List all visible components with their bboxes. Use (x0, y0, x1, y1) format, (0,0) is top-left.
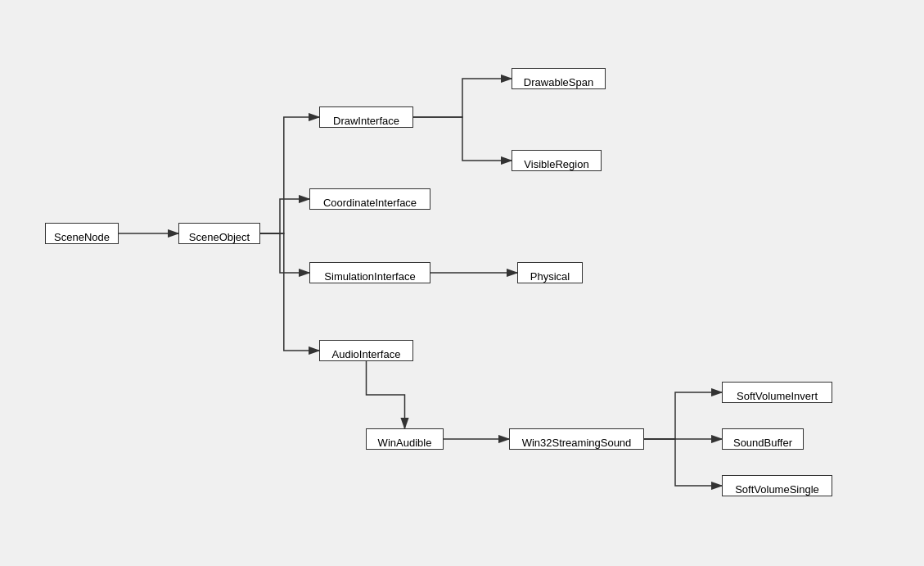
node-simulationinterface: SimulationInterface (309, 262, 430, 283)
node-audiointerface: AudioInterface (319, 340, 413, 361)
arr-wss-svs (644, 439, 722, 486)
node-win32streamingsound: Win32StreamingSound (509, 428, 644, 450)
diagram-container: SceneNodeSceneObjectDrawInterfaceDrawabl… (0, 0, 924, 566)
arr-so-di (260, 117, 319, 233)
node-visibleregion: VisibleRegion (512, 150, 602, 171)
arr-ai-wa (367, 361, 405, 428)
node-scenenode: SceneNode (45, 223, 119, 244)
arr-di-vr (413, 117, 512, 161)
node-softvolumeinvert: SoftVolumeInvert (722, 382, 832, 403)
node-soundbuffer: SoundBuffer (722, 428, 804, 450)
node-physical: Physical (517, 262, 583, 283)
arr-so-ci (260, 199, 309, 233)
node-softvolumesingle: SoftVolumeSingle (722, 475, 832, 496)
arr-so-ai (260, 233, 319, 351)
node-sceneobject: SceneObject (178, 223, 260, 244)
arr-di-ds (413, 79, 512, 117)
arr-wss-svi (644, 392, 722, 439)
arr-so-si (260, 233, 309, 273)
node-drawinterface: DrawInterface (319, 106, 413, 128)
node-coordinateinterface: CoordinateInterface (309, 188, 430, 210)
node-drawablespan: DrawableSpan (512, 68, 606, 89)
node-winaudible: WinAudible (366, 428, 444, 450)
